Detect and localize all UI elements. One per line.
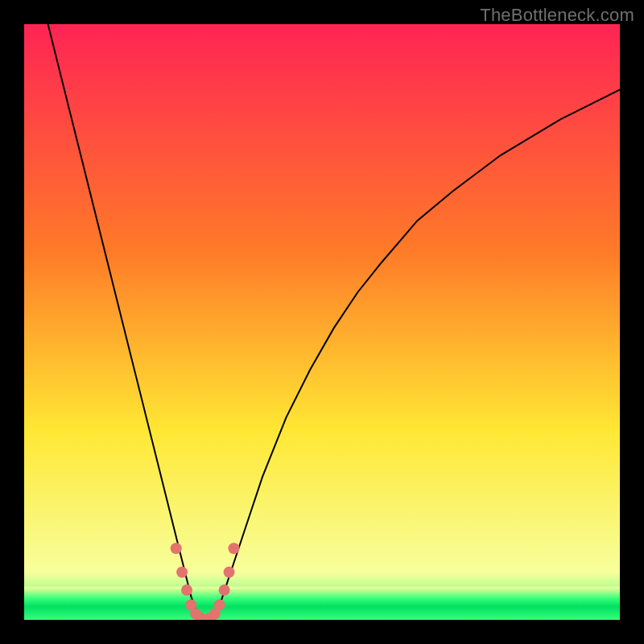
valley-marker — [181, 584, 192, 596]
valley-marker — [176, 567, 188, 578]
plot-area — [24, 24, 620, 620]
outer-frame: TheBottleneck.com — [0, 0, 644, 644]
chart-overlay — [24, 24, 620, 620]
bottleneck-curve — [48, 24, 620, 620]
valley-marker — [228, 543, 239, 554]
valley-marker — [219, 584, 230, 596]
valley-marker — [224, 567, 235, 578]
watermark-text: TheBottleneck.com — [480, 5, 634, 26]
valley-marker — [171, 543, 182, 554]
valley-marker — [214, 600, 225, 611]
